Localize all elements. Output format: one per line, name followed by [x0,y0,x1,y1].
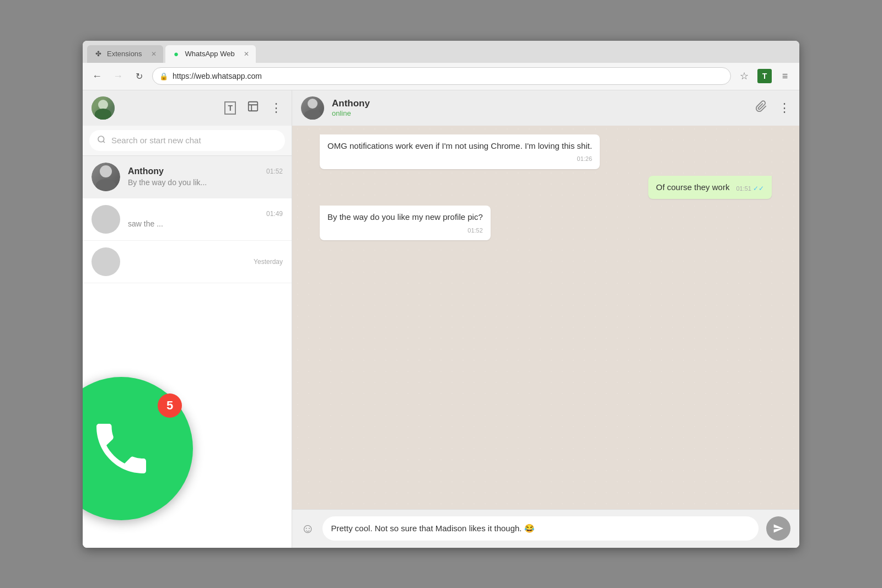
whatsapp-tab-icon: ● [172,50,181,58]
messages-area: OMG notifications work even if I'm not u… [292,126,799,509]
chat-header: Anthony online ⋮ [292,90,799,126]
svg-rect-0 [249,102,258,111]
chat-menu-icon[interactable]: ⋮ [778,101,790,115]
chat-time-2: 01:49 [266,210,283,218]
address-bar: ← → ↻ 🔒 https://web.whatsapp.com ☆ T ≡ [83,63,799,90]
msg-sent-1: Of course they work 01:51 ✓✓ [648,176,772,199]
forward-button[interactable]: → [110,68,126,84]
tab-extensions-label: Extensions [107,50,142,58]
chat-status: online [332,109,747,117]
anthony-time: 01:52 [266,168,283,175]
message-input-text: Pretty cool. Not so sure that Madison li… [331,524,535,533]
chat-item-3[interactable]: Yesterday [83,241,292,283]
msg-received-2: By the way do you like my new profile pi… [320,206,491,240]
tab-bar: ✤ Extensions ✕ ● WhatsApp Web ✕ [83,41,799,63]
badge-count: 5 [166,398,173,413]
tab-extensions-close[interactable]: ✕ [151,50,157,58]
input-area: ☺ Pretty cool. Not so sure that Madison … [292,509,799,548]
svg-line-4 [103,141,105,143]
svg-point-3 [98,136,104,142]
url-bar[interactable]: 🔒 https://web.whatsapp.com [152,67,731,85]
text-box-icon[interactable]: T [224,101,236,115]
anthony-chat-info: Anthony 01:52 By the way do you lik... [128,166,283,187]
chat-name-row-2: 01:49 [128,210,283,218]
reload-button[interactable]: ↻ [131,68,147,84]
browser-window: ✤ Extensions ✕ ● WhatsApp Web ✕ ← → ↻ 🔒 … [83,41,799,548]
generic-avatar-2 [92,205,120,234]
msg-time-1: 01:26 [327,154,592,164]
anthony-name-row: Anthony 01:52 [128,166,283,176]
msg-received-1: OMG notifications work even if I'm not u… [320,134,600,169]
chat-header-icons: ⋮ [755,100,790,115]
chat-header-avatar[interactable] [301,96,324,120]
bubble-sent-1: Of course they work 01:51 ✓✓ [648,176,772,199]
tab-whatsapp-close[interactable]: ✕ [244,50,249,58]
chat-preview-2: saw the ... [128,219,283,228]
bookmark-icon[interactable]: ☆ [736,68,752,84]
search-box: Search or start new chat [83,126,292,156]
whatsapp-logo-overlay: 5 [83,377,204,531]
chat-item-2[interactable]: 01:49 saw the ... [83,198,292,241]
chat-info-3: Yesterday [128,258,283,266]
chat-info-2: 01:49 saw the ... [128,210,283,228]
anthony-avatar [92,163,120,191]
chat-header-info: Anthony online [332,98,747,117]
compose-icon[interactable] [247,100,259,115]
plugin-icon[interactable]: T [757,69,772,83]
checkmarks-icon: ✓✓ [753,185,764,192]
chat-panel: Anthony online ⋮ OMG notifi [292,90,799,548]
sidebar-header: T ⋮ [83,90,292,126]
msg-text-2: By the way do you like my new profile pi… [327,212,483,222]
back-button[interactable]: ← [89,68,105,84]
phone-icon [88,416,154,482]
browser-menu-icon[interactable]: ≡ [777,68,793,84]
send-button[interactable] [766,516,790,541]
bubble-received-2: By the way do you like my new profile pi… [320,206,491,240]
msg-text-1: OMG notifications work even if I'm not u… [327,141,592,150]
sidebar-icons: T ⋮ [224,100,283,115]
whatsapp-bubble: 5 [83,377,193,520]
lock-icon: 🔒 [159,72,168,80]
search-inner[interactable]: Search or start new chat [89,130,285,151]
tab-whatsapp[interactable]: ● WhatsApp Web ✕ [165,45,256,63]
sidebar-menu-icon[interactable]: ⋮ [270,101,283,115]
url-text: https://web.whatsapp.com [173,72,262,80]
chat-contact-name: Anthony [332,98,747,109]
user-avatar-image [92,96,115,120]
notification-badge: 5 [158,393,182,418]
chat-time-3: Yesterday [254,258,283,266]
msg-text-sent: Of course they work [656,182,729,192]
chat-item-anthony[interactable]: Anthony 01:52 By the way do you lik... [83,156,292,198]
chat-name-row-3: Yesterday [128,258,283,266]
user-avatar[interactable] [92,96,115,120]
tab-extensions[interactable]: ✤ Extensions ✕ [87,45,163,63]
search-icon [97,135,106,146]
msg-time-2: 01:52 [327,226,483,235]
msg-time-sent: 01:51 ✓✓ [736,184,764,193]
bubble-received-1: OMG notifications work even if I'm not u… [320,134,600,169]
chat-header-avatar-image [301,96,324,120]
generic-avatar-3 [92,247,120,276]
puzzle-icon: ✤ [94,50,103,58]
anthony-preview: By the way do you lik... [128,178,283,187]
message-input[interactable]: Pretty cool. Not so sure that Madison li… [322,516,759,541]
anthony-name: Anthony [128,166,164,176]
search-placeholder: Search or start new chat [111,136,201,145]
tab-whatsapp-label: WhatsApp Web [185,50,235,58]
attach-icon[interactable] [755,100,767,115]
emoji-button[interactable]: ☺ [301,521,315,536]
